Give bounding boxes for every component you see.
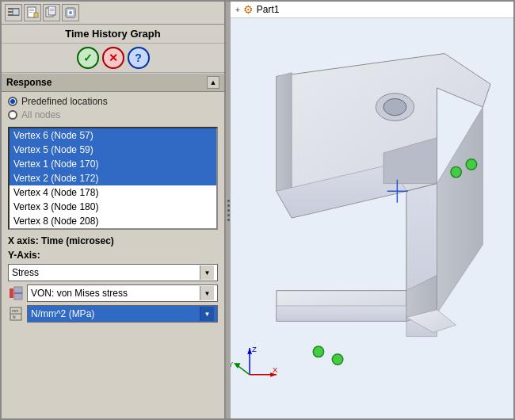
stress-dropdown[interactable]: Stress ▼: [8, 264, 218, 281]
vertex-list-item[interactable]: Vertex 3 (Node 180): [10, 200, 216, 214]
svg-marker-29: [277, 306, 406, 321]
help-button[interactable]: ?: [128, 47, 150, 69]
y-axis-label: Y-Axis:: [2, 248, 224, 262]
part-label: Part1: [257, 4, 280, 15]
right-panel: + ⚙ Part1: [231, 2, 513, 418]
dialog-buttons: ✓ ✕ ?: [2, 44, 224, 73]
stress-dropdown-row: Stress ▼: [2, 262, 224, 283]
svg-text:X: X: [273, 365, 278, 374]
vertex-list-item[interactable]: Vertex 5 (Node 59): [10, 143, 216, 157]
toolbar: [2, 2, 224, 25]
vertex-list-item[interactable]: Vertex 7 (Node 210): [10, 228, 216, 230]
svg-text:Z: Z: [252, 345, 257, 353]
toolbar-btn-3[interactable]: [43, 4, 60, 21]
unit-icon: mm N: [9, 307, 23, 321]
axis-indicator: Z X Y: [231, 345, 278, 377]
viewport: Z X Y: [231, 18, 513, 418]
svg-rect-11: [50, 9, 54, 10]
toolbar-btn-4[interactable]: [62, 4, 79, 21]
vertex-indicator-4: [332, 354, 343, 365]
svg-text:N: N: [13, 315, 16, 319]
vertex-indicator-1: [466, 159, 477, 170]
predefined-radio-circle: [8, 97, 17, 106]
vertex-list-item[interactable]: Vertex 6 (Node 57): [10, 128, 216, 143]
vertex-list-item[interactable]: Vertex 2 (Node 172): [10, 171, 216, 185]
vertex-list-item[interactable]: Vertex 4 (Node 178): [10, 185, 216, 200]
von-mises-icon: [9, 286, 23, 300]
stress-dropdown-arrow[interactable]: ▼: [200, 265, 214, 280]
3d-model-svg: Z X Y: [231, 18, 513, 418]
x-axis-label: X axis: Time (microsec): [2, 232, 224, 248]
svg-rect-5: [29, 9, 34, 10]
tree-expand-icon[interactable]: +: [235, 6, 240, 14]
svg-rect-16: [10, 288, 13, 298]
svg-point-15: [69, 11, 72, 14]
svg-text:Y: Y: [231, 360, 234, 368]
radio-group: Predefined locations All nodes: [2, 92, 224, 124]
svg-rect-7: [29, 12, 32, 13]
vertex-list-item[interactable]: Vertex 8 (Node 208): [10, 214, 216, 228]
vertex-list-item[interactable]: Vertex 1 (Node 170): [10, 157, 216, 171]
vertex-indicator-2: [451, 166, 462, 178]
svg-rect-3: [13, 9, 19, 15]
unit-dropdown[interactable]: N/mm^2 (MPa) ▼: [27, 305, 218, 323]
vertex-indicator-3: [313, 346, 324, 357]
von-mises-dropdown-row: VON: von Mises stress ▼: [2, 283, 224, 304]
predefined-label: Predefined locations: [21, 96, 108, 107]
all-nodes-label: All nodes: [21, 109, 60, 120]
ok-button[interactable]: ✓: [77, 47, 99, 69]
svg-marker-27: [437, 107, 483, 314]
svg-rect-6: [29, 10, 34, 11]
left-panel: Time History Graph ✓ ✕ ? Response ▲ Pred…: [2, 2, 226, 418]
svg-point-34: [383, 98, 406, 115]
vertex-list[interactable]: Vertex 6 (Node 57)Vertex 5 (Node 59)Vert…: [8, 127, 218, 230]
collapse-button[interactable]: ▲: [207, 76, 219, 89]
cancel-button[interactable]: ✕: [102, 47, 124, 69]
unit-dropdown-arrow[interactable]: ▼: [200, 307, 214, 321]
part-icon: ⚙: [243, 3, 254, 16]
dialog-title: Time History Graph: [2, 25, 224, 44]
unit-dropdown-row: mm N N/mm^2 (MPa) ▼: [2, 304, 224, 324]
all-nodes-radio[interactable]: All nodes: [8, 109, 218, 120]
all-nodes-radio-circle: [8, 110, 17, 120]
von-mises-dropdown[interactable]: VON: von Mises stress ▼: [27, 284, 218, 302]
toolbar-btn-1[interactable]: [5, 4, 22, 21]
predefined-radio[interactable]: Predefined locations: [8, 96, 218, 107]
von-mises-dropdown-arrow[interactable]: ▼: [200, 286, 214, 300]
svg-rect-8: [34, 13, 38, 17]
tree-bar: + ⚙ Part1: [231, 2, 513, 18]
svg-text:mm: mm: [12, 308, 18, 313]
svg-rect-12: [50, 10, 54, 11]
toolbar-btn-2[interactable]: [24, 4, 41, 21]
response-section-header: Response ▲: [2, 73, 224, 92]
